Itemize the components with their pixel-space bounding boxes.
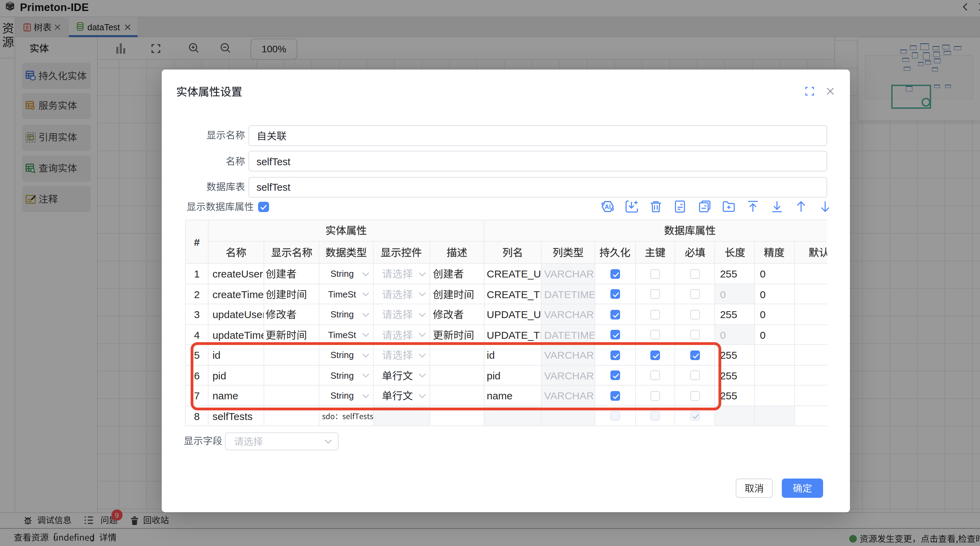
svg-text:AI: AI [605,204,611,210]
